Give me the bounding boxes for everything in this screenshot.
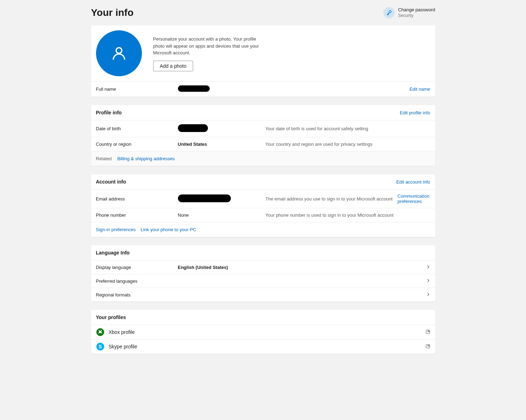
language-info-card: Language Info Display language English (… [91,245,435,301]
external-link-icon [425,344,430,350]
country-label: Country or region [96,142,178,147]
svg-text:S: S [98,344,102,349]
profiles-title: Your profiles [96,314,126,320]
chevron-right-icon [426,278,430,284]
account-info-card: Account info Edit account info Email add… [91,174,435,237]
external-link-icon [425,329,430,335]
photo-card: Personalize your account with a photo. Y… [91,25,435,97]
svg-point-0 [389,11,391,13]
language-info-title: Language Info [96,250,130,256]
key-icon [383,7,395,18]
xbox-icon [96,328,104,336]
edit-profile-info-link[interactable]: Edit profile info [400,110,430,115]
dob-desc: Your date of birth is used for account s… [265,126,430,131]
preferred-languages-row[interactable]: Preferred languages [91,274,435,288]
display-language-value: English (United States) [178,265,265,270]
email-desc: The email address you use to sign in to … [265,196,393,202]
xbox-profile-row[interactable]: Xbox profile [91,325,435,339]
profile-info-title: Profile info [96,110,122,115]
change-password-link[interactable]: Change password Security [383,7,435,18]
photo-description: Personalize your account with a photo. Y… [153,36,259,56]
communication-preferences-link[interactable]: Communication preferences [398,193,430,204]
link-phone-link[interactable]: Link your phone to your PC [141,227,196,232]
dob-label: Date of birth [96,126,178,131]
billing-shipping-link[interactable]: Billing & shipping addresses [117,156,175,161]
account-info-title: Account info [96,179,126,185]
change-password-title: Change password [398,7,435,13]
page-title: Your info [91,7,134,18]
svg-point-1 [116,48,122,53]
edit-account-info-link[interactable]: Edit account info [396,179,430,185]
edit-name-link[interactable]: Edit name [410,86,430,92]
regional-formats-row[interactable]: Regional formats [91,288,435,301]
xbox-profile-name: Xbox profile [109,329,135,335]
email-label: Email address [96,196,178,202]
dob-value [178,124,265,133]
skype-profile-row[interactable]: S Skype profile [91,339,435,354]
signin-preferences-link[interactable]: Sign-in preferences [96,227,136,232]
profile-info-card: Profile info Edit profile info Date of b… [91,105,435,166]
display-language-label: Display language [96,265,178,270]
change-password-subtitle: Security [398,13,435,19]
avatar [96,30,142,76]
skype-profile-name: Skype profile [109,344,137,349]
fullname-label: Full name [96,86,178,92]
chevron-right-icon [426,292,430,298]
add-photo-button[interactable]: Add a photo [153,61,193,71]
fullname-value [178,85,265,93]
phone-value: None [178,212,265,218]
related-label: Related [96,156,112,161]
chevron-right-icon [426,264,430,270]
regional-formats-label: Regional formats [96,292,178,298]
phone-desc: Your phone number is used to sign in to … [265,212,430,218]
profiles-card: Your profiles Xbox profile S [91,310,435,354]
phone-label: Phone number [96,212,178,218]
country-desc: Your country and region are used for pri… [265,142,430,147]
preferred-languages-label: Preferred languages [96,278,178,284]
country-value: United States [178,142,265,147]
email-value [178,194,265,203]
skype-icon: S [96,342,104,351]
display-language-row[interactable]: Display language English (United States) [91,260,435,274]
